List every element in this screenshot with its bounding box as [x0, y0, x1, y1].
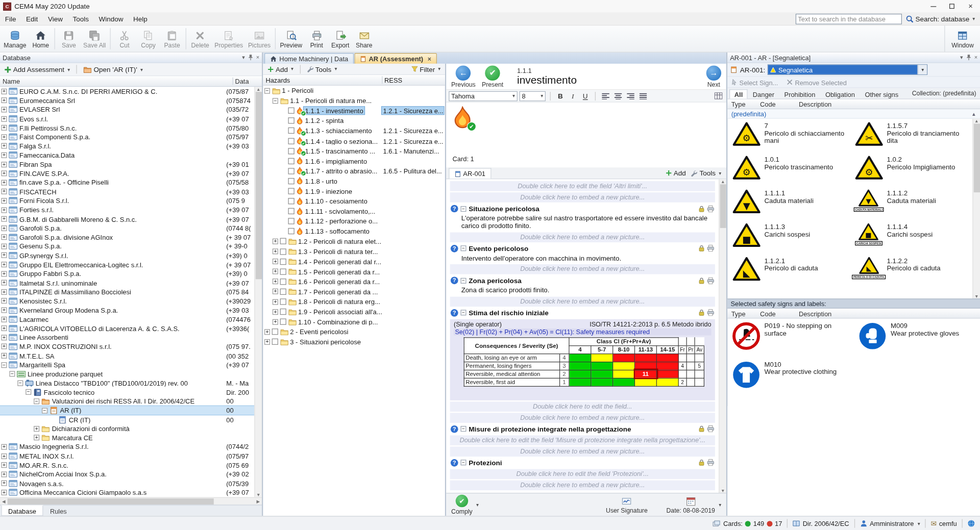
- menu-window[interactable]: Window: [94, 12, 129, 24]
- column-type[interactable]: Type: [727, 310, 760, 317]
- tree-row[interactable]: + Evos s.r.l. (+39 07: [0, 114, 254, 123]
- collapse-icon[interactable]: −: [460, 278, 466, 284]
- expander-icon[interactable]: −: [1, 362, 7, 368]
- tree-row[interactable]: + Gruppo EIL Elettromeccanica-Logitec s.…: [0, 260, 254, 269]
- hazards-add-button[interactable]: Add ▾: [265, 65, 296, 73]
- scroll-left-icon[interactable]: ◀: [0, 499, 8, 504]
- tree-row[interactable]: + FIN.CAVE S.P.A. (+39 07: [0, 169, 254, 178]
- print-section-icon[interactable]: [707, 205, 715, 212]
- paste-button[interactable]: Paste: [160, 26, 184, 52]
- tree-row[interactable]: + Italmetal S.r.l. uninominale (+39 07: [0, 278, 254, 287]
- hazard-row[interactable]: 1.1.9 - iniezione: [263, 186, 445, 196]
- tree-row[interactable]: + FISCATECH (+39 03: [0, 187, 254, 196]
- database-hscroll[interactable]: ◀ ▶: [0, 497, 262, 505]
- tree-row[interactable]: − Margaritelli Spa (+39 07: [0, 360, 254, 369]
- expander-icon[interactable]: +: [34, 435, 39, 441]
- table-icon[interactable]: [713, 91, 724, 101]
- tree-row[interactable]: + EVLASER Srl (035/72: [0, 105, 254, 114]
- expander-icon[interactable]: +: [1, 134, 7, 140]
- tree-row[interactable]: + Linee Assorbenti: [0, 333, 254, 342]
- expander-icon[interactable]: +: [273, 248, 278, 254]
- hazard-checkbox[interactable]: [280, 319, 286, 325]
- placeholder-field[interactable]: Double click here to edit the field...: [450, 401, 715, 412]
- column-hazards[interactable]: Hazards: [263, 76, 383, 84]
- hazard-row[interactable]: + 1.9 - Pericoli associati all'a...: [263, 307, 445, 317]
- sign-item[interactable]: ■ 1.1.1.3 Carichi sospesi: [727, 220, 850, 254]
- expander-icon[interactable]: +: [1, 89, 7, 94]
- panel-menu-icon[interactable]: ▾: [960, 55, 963, 61]
- print-section-icon[interactable]: [707, 425, 715, 432]
- hazard-row[interactable]: + 2 - Eventi pericolosi: [263, 327, 445, 337]
- expander-icon[interactable]: +: [1, 107, 7, 112]
- hazard-checkbox[interactable]: [280, 279, 286, 285]
- hazard-row[interactable]: − 1 - Pericoli: [263, 86, 445, 96]
- expander-icon[interactable]: +: [1, 298, 7, 304]
- tree-row[interactable]: + Gesenu S.p.a. (+ 39-0: [0, 242, 254, 251]
- comply-button[interactable]: ✔ Comply: [451, 495, 473, 515]
- tab-home-machinery-data[interactable]: Home Machinery | Data: [264, 53, 354, 64]
- hazard-row[interactable]: + 1.2 - Pericoli di natura elet...: [263, 236, 445, 246]
- tree-row[interactable]: + METAL INOX S.r.l. (075/97: [0, 451, 254, 461]
- hazard-checkbox[interactable]: [280, 289, 286, 295]
- expander-icon[interactable]: +: [1, 490, 7, 495]
- expander-icon[interactable]: +: [273, 279, 278, 285]
- justify-button[interactable]: [638, 91, 648, 101]
- expander-icon[interactable]: +: [1, 280, 7, 286]
- sign-item[interactable]: ⚙ 7 Pericolo di schiacciamento mani: [727, 119, 850, 153]
- expander-icon[interactable]: +: [1, 189, 7, 194]
- hazard-checkbox[interactable]: [288, 118, 294, 124]
- menu-file[interactable]: File: [0, 12, 21, 24]
- sign-item[interactable]: ▼CADUTA MATERIALI 1.1.1.2 Caduta materia…: [850, 186, 972, 220]
- next-button[interactable]: → Next: [706, 65, 721, 88]
- hazards-column-headers[interactable]: Hazards RESS: [263, 75, 445, 86]
- placeholder-field[interactable]: Double click here to embed a new picture…: [450, 232, 715, 242]
- tree-row[interactable]: + M.P. INOX COSTRUZIONI s.r.l. (075 97.: [0, 342, 254, 351]
- expander-icon[interactable]: +: [1, 97, 7, 103]
- directive-label[interactable]: Dir. 2006/42/EC: [803, 520, 849, 527]
- placeholder-field[interactable]: Double click here to edit the field 'Mis…: [450, 435, 715, 445]
- expander-icon[interactable]: +: [1, 143, 7, 149]
- selected-sign-item[interactable]: P019 - No stepping on surface: [727, 318, 853, 357]
- expander-icon[interactable]: +: [1, 444, 7, 450]
- tree-row[interactable]: − Linee produzione parquet: [0, 369, 254, 378]
- print-section-icon[interactable]: [707, 459, 715, 466]
- chevron-down-icon[interactable]: ▾: [918, 65, 927, 74]
- tree-row[interactable]: + MO.AR.R. S.n.c. (075 69: [0, 461, 254, 470]
- ar-001-tab[interactable]: AR-001: [449, 168, 491, 179]
- column-data[interactable]: Data: [233, 78, 262, 85]
- column-code[interactable]: Code: [760, 310, 799, 317]
- panel-tab-rules[interactable]: Rules: [43, 506, 74, 516]
- tree-row[interactable]: + Lacarmec (074476: [0, 315, 254, 324]
- scroll-thumb[interactable]: [973, 123, 979, 192]
- export-button[interactable]: Export: [329, 26, 353, 52]
- open-ar-button[interactable]: Open 'AR (IT)' ▾: [81, 65, 145, 73]
- expander-icon[interactable]: −: [42, 408, 47, 413]
- hazard-row[interactable]: ✔ 1.1.4 - taglio o seziona... 1.2.1 - Si…: [263, 136, 445, 146]
- lock-icon[interactable]: [699, 309, 704, 316]
- expander-icon[interactable]: +: [34, 426, 39, 432]
- help-icon[interactable]: ?: [451, 309, 458, 317]
- menu-tools[interactable]: Tools: [68, 12, 94, 24]
- help-icon[interactable]: ?: [451, 277, 458, 285]
- copy-button[interactable]: Copy: [136, 26, 160, 52]
- expander-icon[interactable]: +: [1, 116, 7, 121]
- hazard-checkbox[interactable]: [280, 309, 286, 315]
- placeholder-field[interactable]: Double click here to embed a new picture…: [450, 446, 715, 457]
- placeholder-field[interactable]: Double click here to embed a new picture…: [450, 296, 715, 307]
- expander-icon[interactable]: +: [1, 180, 7, 185]
- tree-row[interactable]: + G.B.M. di Gabbarelli Moreno & C. S.n.c…: [0, 214, 254, 223]
- tree-row[interactable]: + fin.cave S.p.a. - Officine Piselli (07…: [0, 178, 254, 187]
- ar-add-button[interactable]: Add: [663, 169, 689, 178]
- expander-icon[interactable]: +: [1, 225, 7, 231]
- sign-item[interactable]: ✂ 1.1.5.7 Pericolo di tranciamento dita: [850, 119, 972, 153]
- hazards-tools-button[interactable]: Tools ▾: [304, 65, 339, 73]
- collapse-group-icon[interactable]: ▲: [971, 111, 976, 116]
- tree-row[interactable]: + Dichiarazioni di conformità: [0, 424, 254, 433]
- section-header[interactable]: ? − Protezioni: [446, 458, 719, 468]
- print-button[interactable]: Print: [305, 26, 329, 52]
- expander-icon[interactable]: +: [264, 329, 270, 335]
- hazard-checkbox[interactable]: [272, 339, 278, 345]
- scroll-up-icon[interactable]: ▲: [255, 87, 262, 91]
- italic-button[interactable]: I: [568, 91, 578, 101]
- add-assessment-button[interactable]: Add Assessment ▾: [2, 65, 72, 73]
